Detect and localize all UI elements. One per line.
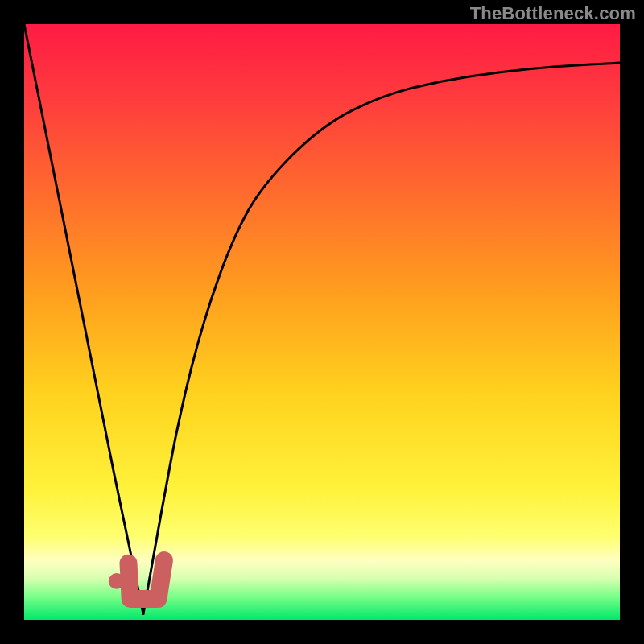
left-descent-line xyxy=(24,24,143,614)
curve-layer xyxy=(24,24,620,620)
watermark-text: TheBottleneck.com xyxy=(470,3,636,24)
right-ascent-curve xyxy=(143,63,620,614)
j-marker-hook xyxy=(129,560,164,599)
plot-area xyxy=(24,24,620,620)
chart-frame: TheBottleneck.com xyxy=(0,0,644,644)
